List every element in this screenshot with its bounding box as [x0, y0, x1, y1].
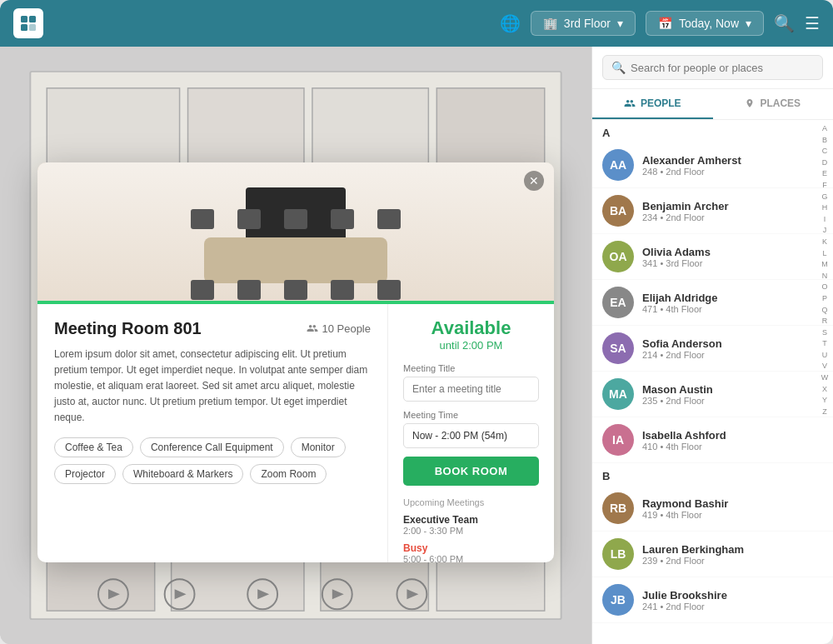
person-detail: 410 • 4th Floor — [642, 442, 823, 452]
list-item[interactable]: EA Elijah Aldridge 471 • 4th Floor — [592, 280, 833, 326]
availability-label: Available — [403, 317, 539, 339]
modal-right-panel: Available until 2:00 PM Meeting Title Me… — [387, 304, 554, 562]
avatar: OA — [602, 241, 634, 272]
alpha-letter[interactable]: B — [822, 135, 827, 146]
amenity-tag: Coffee & Tea — [54, 437, 133, 457]
person-detail: 419 • 4th Floor — [642, 510, 823, 520]
section-letter: B — [592, 463, 833, 486]
person-detail: 241 • 2nd Floor — [642, 602, 823, 612]
meeting-time-value[interactable]: Now - 2:00 PM (54m) — [403, 423, 539, 448]
tabs-row: PEOPLE PLACES — [592, 89, 833, 120]
person-info: Sofia Anderson 214 • 2nd Floor — [642, 337, 823, 360]
date-selector[interactable]: 📅 Today, Now — [646, 11, 764, 36]
person-detail: 235 • 2nd Floor — [642, 396, 823, 406]
meeting-name: Executive Team — [403, 514, 539, 526]
alpha-letter[interactable]: A — [822, 123, 827, 134]
alpha-letter[interactable]: C — [822, 146, 828, 157]
meeting-time-group: Meeting Time Now - 2:00 PM (54m) — [403, 410, 539, 448]
person-detail: 248 • 2nd Floor — [642, 167, 823, 177]
room-modal: ✕ — [37, 162, 554, 562]
right-sidebar: 🔍 PEOPLE PLACES A AA Alexander Amherst 2… — [591, 47, 833, 644]
room-table-illustration — [204, 237, 387, 283]
alpha-letter[interactable]: T — [822, 338, 827, 349]
alpha-letter[interactable]: G — [821, 192, 827, 202]
alpha-letter[interactable]: D — [822, 157, 828, 168]
amenities-list: Coffee & TeaConference Call EquipmentMon… — [54, 437, 371, 484]
globe-icon[interactable]: 🌐 — [500, 13, 521, 33]
alpha-letter[interactable]: Y — [822, 395, 827, 406]
person-info: Isabella Ashford 410 • 4th Floor — [642, 429, 823, 452]
person-info: Lauren Berkingham 239 • 2nd Floor — [642, 543, 823, 566]
floor-selector[interactable]: 🏢 3rd Floor — [531, 11, 636, 36]
alpha-letter[interactable]: V — [822, 361, 827, 372]
meeting-time-text: 5:00 - 6:00 PM — [403, 554, 539, 562]
menu-icon[interactable]: ☰ — [805, 13, 820, 33]
alpha-letter[interactable]: R — [822, 316, 828, 327]
avatar: LB — [602, 538, 634, 570]
person-info: Elijah Aldridge 471 • 4th Floor — [642, 292, 823, 314]
person-name: Isabella Ashford — [642, 429, 823, 442]
list-item[interactable]: RB Raymond Bashir 419 • 4th Floor — [592, 486, 833, 532]
avatar: RB — [602, 492, 634, 524]
list-item[interactable]: AA Alexander Amherst 248 • 2nd Floor — [592, 142, 833, 188]
avatar: JB — [602, 584, 634, 616]
alpha-letter[interactable]: Q — [821, 305, 827, 316]
alpha-letter[interactable]: K — [822, 237, 827, 247]
alpha-letter[interactable]: P — [822, 293, 827, 304]
list-item[interactable]: JB Julie Brookshire 241 • 2nd Floor — [592, 577, 833, 623]
avatar: EA — [602, 287, 634, 318]
alpha-letter[interactable]: E — [822, 168, 827, 179]
list-item[interactable]: OA Olivia Adams 341 • 3rd Floor — [592, 234, 833, 280]
tab-people[interactable]: PEOPLE — [592, 89, 713, 119]
alpha-letter[interactable]: W — [821, 372, 829, 383]
meeting-title-input[interactable] — [403, 377, 539, 402]
amenity-tag: Conference Call Equipment — [140, 437, 284, 457]
search-input-wrapper[interactable]: 🔍 — [602, 55, 823, 80]
list-item[interactable]: SA Sofia Anderson 214 • 2nd Floor — [592, 326, 833, 372]
person-info: Mason Austin 235 • 2nd Floor — [642, 383, 823, 406]
book-room-button[interactable]: BOOK ROOM — [403, 457, 539, 486]
header: 🌐 🏢 3rd Floor 📅 Today, Now 🔍 ☰ — [0, 0, 833, 47]
person-detail: 234 • 2nd Floor — [642, 212, 823, 222]
search-input[interactable] — [631, 62, 814, 74]
list-item[interactable]: IA Isabella Ashford 410 • 4th Floor — [592, 417, 833, 463]
alpha-letter[interactable]: N — [822, 271, 828, 282]
amenity-tag: Projector — [54, 464, 116, 484]
alpha-letter[interactable]: S — [822, 327, 827, 338]
floor-icon: 🏢 — [543, 17, 557, 30]
person-info: Olivia Adams 341 • 3rd Floor — [642, 246, 823, 268]
section-letter: A — [592, 120, 833, 142]
svg-rect-0 — [21, 16, 27, 22]
meeting-time-label: Meeting Time — [403, 410, 539, 420]
room-chairs-bottom — [179, 280, 412, 300]
avatar: MA — [602, 378, 634, 410]
list-item[interactable]: BA Benjamin Archer 234 • 2nd Floor — [592, 188, 833, 234]
person-info: Julie Brookshire 241 • 2nd Floor — [642, 589, 823, 612]
list-item[interactable]: MA Mason Austin 235 • 2nd Floor — [592, 372, 833, 417]
alpha-letter[interactable]: F — [822, 180, 827, 191]
search-bar: 🔍 — [592, 47, 833, 89]
main-content: ✕ — [0, 47, 833, 644]
tab-people-label: PEOPLE — [641, 97, 681, 109]
floor-plan[interactable]: ✕ — [0, 47, 591, 644]
alpha-letter[interactable]: U — [822, 350, 828, 361]
upcoming-meetings-label: Upcoming Meetings — [403, 497, 539, 507]
close-button[interactable]: ✕ — [524, 171, 544, 191]
person-name: Sofia Anderson — [642, 337, 823, 350]
person-detail: 239 • 2nd Floor — [642, 556, 823, 566]
alpha-letter[interactable]: H — [822, 202, 828, 213]
alpha-letter[interactable]: O — [821, 282, 827, 292]
alpha-letter[interactable]: M — [821, 259, 828, 270]
date-label: Today, Now — [679, 17, 739, 30]
alpha-letter[interactable]: Z — [822, 407, 827, 417]
alpha-letter[interactable]: I — [824, 214, 826, 225]
tab-places[interactable]: PLACES — [713, 89, 834, 119]
floor-label: 3rd Floor — [564, 17, 611, 30]
search-icon[interactable]: 🔍 — [774, 13, 795, 33]
alpha-letter[interactable]: J — [823, 225, 827, 236]
alpha-letter[interactable]: X — [822, 384, 827, 395]
modal-body: Meeting Room 801 10 People Lorem ipsum d… — [37, 304, 554, 562]
list-item[interactable]: LB Lauren Berkingham 239 • 2nd Floor — [592, 532, 833, 577]
alpha-letter[interactable]: L — [822, 248, 826, 259]
app-logo[interactable] — [13, 8, 43, 38]
